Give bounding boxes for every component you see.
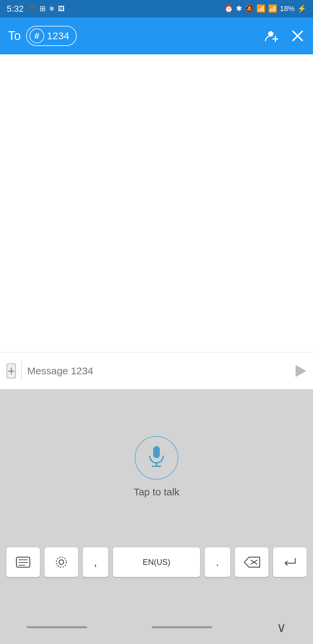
nav-line-center xyxy=(152,626,212,628)
message-area xyxy=(0,54,313,352)
settings-button[interactable] xyxy=(45,547,78,577)
period-label: . xyxy=(216,556,219,569)
keyboard-switch-button[interactable] xyxy=(6,547,40,577)
nav-bar: ∨ xyxy=(0,610,313,644)
hash-icon: # xyxy=(29,29,44,43)
status-bar: 5:32 🎵 ⊞ ❄ 🖼 ⏰ ✱ 🔕 📶 📶 18% ⚡ xyxy=(0,0,313,17)
mic-button[interactable] xyxy=(135,436,178,480)
tap-to-talk-label: Tap to talk xyxy=(134,486,180,498)
svg-rect-5 xyxy=(153,446,160,458)
nav-line-left xyxy=(27,626,87,628)
recipient-chip[interactable]: # 1234 xyxy=(26,26,77,46)
keyboard-area: Tap to talk , EN(US) . xyxy=(0,389,313,610)
battery-display: 18% xyxy=(280,4,295,13)
keyboard-bottom-row: , EN(US) . xyxy=(0,547,313,577)
send-icon xyxy=(296,365,306,377)
alarm-icon: ⏰ xyxy=(224,4,233,13)
message-input[interactable] xyxy=(27,365,290,377)
mute-icon: 🔕 xyxy=(245,4,254,13)
voice-section: Tap to talk xyxy=(134,436,180,498)
status-bar-left: 5:32 🎵 ⊞ ❄ 🖼 xyxy=(7,4,65,14)
input-divider xyxy=(21,361,22,381)
comma-label: , xyxy=(94,556,97,569)
comma-key[interactable]: , xyxy=(83,547,108,577)
to-label: To xyxy=(8,29,21,43)
language-label: EN(US) xyxy=(143,557,171,567)
status-bar-right: ⏰ ✱ 🔕 📶 📶 18% ⚡ xyxy=(224,4,306,13)
language-key[interactable]: EN(US) xyxy=(113,547,200,577)
signal-icon: 📶 xyxy=(268,4,277,13)
grid-icon: ⊞ xyxy=(40,4,46,13)
enter-key[interactable] xyxy=(273,547,307,577)
bluetooth-icon: ✱ xyxy=(236,4,242,13)
chevron-down-icon[interactable]: ∨ xyxy=(276,620,286,635)
recipient-number: 1234 xyxy=(47,30,69,42)
send-button[interactable] xyxy=(296,365,306,377)
top-bar: To # 1234 xyxy=(0,17,313,54)
svg-point-13 xyxy=(56,557,66,567)
spotify-icon: 🎵 xyxy=(27,4,36,13)
wifi-icon: 📶 xyxy=(256,4,265,13)
add-contact-button[interactable] xyxy=(263,29,279,43)
attach-button[interactable]: + xyxy=(7,364,16,378)
snowflake-icon: ❄ xyxy=(49,5,55,13)
close-button[interactable] xyxy=(290,29,305,43)
charging-icon: ⚡ xyxy=(297,4,306,13)
top-bar-actions xyxy=(263,29,305,43)
delete-key[interactable] xyxy=(235,547,268,577)
input-bar: + xyxy=(0,352,313,389)
microphone-icon xyxy=(148,445,165,470)
period-key[interactable]: . xyxy=(205,547,230,577)
image-icon: 🖼 xyxy=(58,5,65,13)
svg-point-12 xyxy=(59,560,64,565)
time-display: 5:32 xyxy=(7,4,24,14)
